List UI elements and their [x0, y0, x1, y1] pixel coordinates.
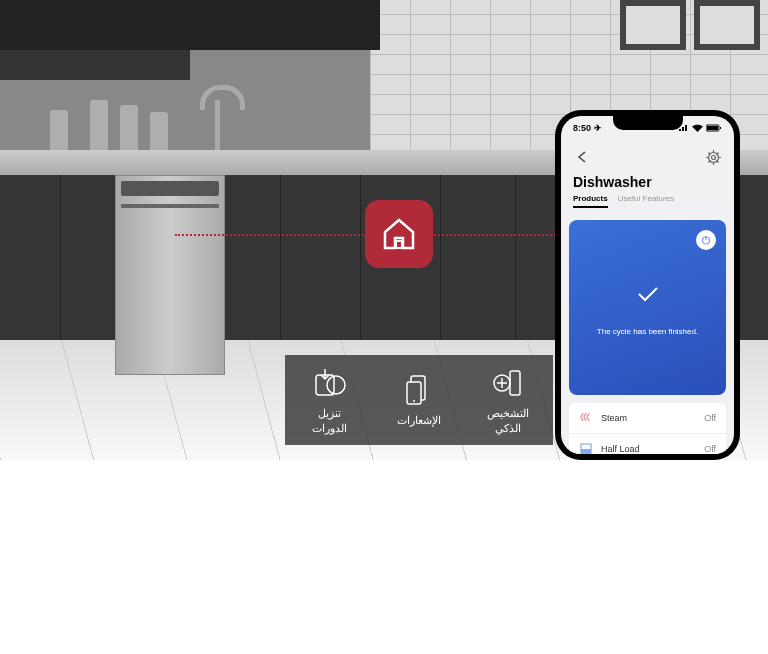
feature-smart-diagnosis: التشخيص الذكي [464, 355, 553, 445]
svg-rect-6 [510, 371, 520, 395]
gear-icon [706, 150, 721, 165]
feature-label: الإشعارات [397, 413, 441, 427]
half-load-icon [579, 442, 593, 454]
phone-screen: 8:50 ✈ Dishwasher Products [561, 116, 734, 454]
page-title: Dishwasher [573, 174, 722, 190]
option-value: Off [704, 413, 716, 423]
back-button[interactable] [573, 148, 591, 166]
notifications-icon [401, 372, 437, 408]
svg-point-12 [711, 155, 715, 159]
status-card: The cycle has been finished. [569, 220, 726, 395]
checkmark-icon [633, 279, 663, 309]
feature-cycle-download: تنزيل الدورات [285, 355, 374, 445]
tab-products[interactable]: Products [573, 194, 608, 208]
status-time: 8:50 ✈ [573, 123, 602, 133]
feature-bar: تنزيل الدورات الإشعارات التشخيص الذكي [285, 355, 553, 445]
tab-useful-features[interactable]: Useful Features [618, 194, 674, 208]
svg-point-2 [327, 376, 345, 394]
smart-diagnosis-icon [490, 365, 526, 401]
faucet [200, 85, 235, 150]
option-value: Off [704, 444, 716, 454]
app-title-area: Dishwasher Products Useful Features [561, 174, 734, 214]
steam-icon [579, 411, 593, 425]
option-half-load[interactable]: Half Load Off [569, 434, 726, 454]
app-header [561, 140, 734, 174]
power-icon [701, 235, 711, 245]
wall-frames [620, 0, 760, 50]
feature-notifications: الإشعارات [374, 355, 463, 445]
phone-notch [613, 116, 683, 130]
shelf-upper [0, 0, 380, 50]
feature-label: التشخيص الذكي [487, 406, 529, 435]
feature-label: تنزيل الدورات [312, 406, 347, 435]
svg-rect-9 [707, 126, 718, 130]
cycle-download-icon [312, 365, 348, 401]
option-label: Steam [601, 413, 696, 423]
arrow-left-icon [575, 150, 589, 164]
kitchen-scene: تنزيل الدورات الإشعارات التشخيص الذكي [0, 0, 768, 460]
svg-rect-16 [581, 449, 591, 454]
shelf-lower [0, 50, 190, 80]
svg-rect-0 [396, 241, 402, 248]
phone-mockup: 8:50 ✈ Dishwasher Products [555, 110, 740, 460]
svg-rect-10 [720, 127, 721, 129]
power-button[interactable] [696, 230, 716, 250]
tabs: Products Useful Features [573, 194, 722, 208]
option-label: Half Load [601, 444, 696, 454]
home-icon [379, 214, 419, 254]
option-list: Steam Off Half Load Off [569, 403, 726, 454]
thinq-app-icon [365, 200, 433, 268]
option-steam[interactable]: Steam Off [569, 403, 726, 434]
svg-point-5 [413, 400, 415, 402]
status-icons [679, 124, 722, 132]
dishwasher-appliance [115, 175, 225, 375]
settings-button[interactable] [704, 148, 722, 166]
status-message: The cycle has been finished. [597, 327, 698, 336]
battery-icon [706, 124, 722, 132]
wifi-icon [692, 124, 703, 132]
